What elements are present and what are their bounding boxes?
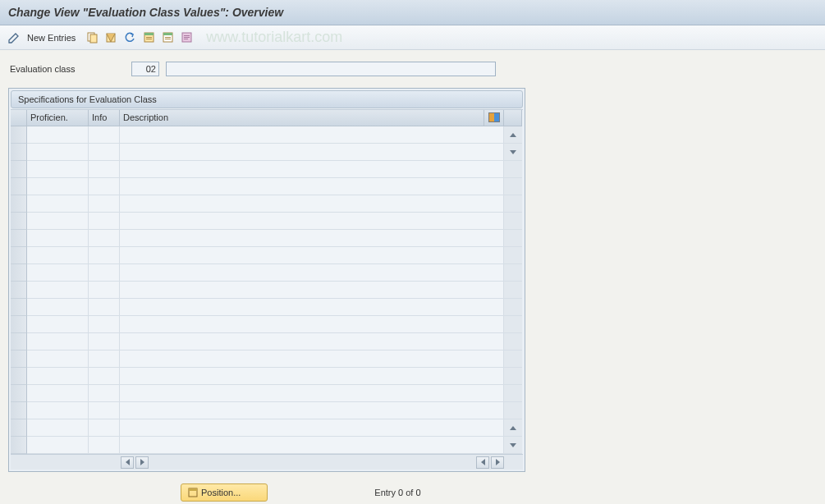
cell-description[interactable] xyxy=(120,316,504,333)
table-row[interactable] xyxy=(11,316,523,333)
cell-proficiency[interactable] xyxy=(27,264,89,282)
cell-proficiency[interactable] xyxy=(27,385,89,402)
table-row[interactable] xyxy=(11,282,523,299)
cell-info[interactable] xyxy=(89,402,120,419)
cell-info[interactable] xyxy=(89,385,120,402)
table-row[interactable] xyxy=(11,385,523,402)
cell-info[interactable] xyxy=(89,368,120,385)
cell-proficiency[interactable] xyxy=(27,419,89,437)
row-selector[interactable] xyxy=(11,368,27,385)
cell-info[interactable] xyxy=(89,213,120,230)
row-selector[interactable] xyxy=(11,316,27,333)
cell-info[interactable] xyxy=(89,161,120,178)
cell-info[interactable] xyxy=(89,351,120,368)
copy-icon[interactable] xyxy=(85,30,99,45)
hscroll-track[interactable] xyxy=(149,456,475,469)
row-selector[interactable] xyxy=(11,299,27,316)
hscroll-left-end-button[interactable] xyxy=(476,456,489,469)
hscroll-left-button[interactable] xyxy=(121,456,134,469)
table-row[interactable] xyxy=(11,230,523,247)
vscroll-area[interactable] xyxy=(504,126,522,144)
cell-info[interactable] xyxy=(89,144,120,161)
vscroll-area[interactable] xyxy=(504,316,522,333)
cell-info[interactable] xyxy=(89,126,120,144)
hscroll-right-end-button[interactable] xyxy=(491,456,504,469)
table-row[interactable] xyxy=(11,402,523,419)
cell-proficiency[interactable] xyxy=(27,247,89,264)
row-selector[interactable] xyxy=(11,402,27,419)
cell-description[interactable] xyxy=(120,437,504,454)
cell-description[interactable] xyxy=(120,161,504,178)
row-selector[interactable] xyxy=(11,264,27,282)
vscroll-area[interactable] xyxy=(504,178,522,195)
cell-description[interactable] xyxy=(120,385,504,402)
cell-description[interactable] xyxy=(120,282,504,299)
row-selector[interactable] xyxy=(11,351,27,368)
undo-icon[interactable] xyxy=(122,30,137,45)
row-selector[interactable] xyxy=(11,419,27,437)
cell-proficiency[interactable] xyxy=(27,437,89,454)
cell-info[interactable] xyxy=(89,333,120,351)
table-row[interactable] xyxy=(11,247,523,264)
vscroll-area[interactable] xyxy=(504,419,522,437)
cell-info[interactable] xyxy=(89,282,120,299)
cell-proficiency[interactable] xyxy=(27,144,89,161)
row-selector[interactable] xyxy=(11,213,27,230)
cell-info[interactable] xyxy=(89,299,120,316)
cell-description[interactable] xyxy=(120,178,504,195)
cell-description[interactable] xyxy=(120,368,504,385)
vscroll-area[interactable] xyxy=(504,161,522,178)
delete-icon[interactable] xyxy=(103,30,118,45)
table-row[interactable] xyxy=(11,368,523,385)
cell-info[interactable] xyxy=(89,419,120,437)
cell-description[interactable] xyxy=(120,419,504,437)
evaluation-class-code-input[interactable] xyxy=(131,62,159,76)
table-row[interactable] xyxy=(11,178,523,195)
select-all-icon[interactable] xyxy=(141,30,156,45)
row-selector[interactable] xyxy=(11,385,27,402)
vscroll-area[interactable] xyxy=(504,333,522,351)
table-row[interactable] xyxy=(11,299,523,316)
table-row[interactable] xyxy=(11,419,523,437)
cell-proficiency[interactable] xyxy=(27,351,89,368)
cell-description[interactable] xyxy=(120,230,504,247)
cell-proficiency[interactable] xyxy=(27,126,89,144)
cell-proficiency[interactable] xyxy=(27,213,89,230)
row-selector[interactable] xyxy=(11,437,27,454)
vscroll-area[interactable] xyxy=(504,437,522,454)
cell-description[interactable] xyxy=(120,333,504,351)
table-row[interactable] xyxy=(11,144,523,161)
vscroll-area[interactable] xyxy=(504,282,522,299)
table-row[interactable] xyxy=(11,333,523,351)
cell-proficiency[interactable] xyxy=(27,333,89,351)
column-proficiency[interactable]: Proficien. xyxy=(27,110,89,126)
new-entries-button[interactable]: New Entries xyxy=(25,33,80,43)
table-row[interactable] xyxy=(11,264,523,282)
vscroll-area[interactable] xyxy=(504,351,522,368)
cell-description[interactable] xyxy=(120,264,504,282)
cell-proficiency[interactable] xyxy=(27,299,89,316)
column-selector[interactable] xyxy=(11,110,27,126)
vscroll-area[interactable] xyxy=(504,247,522,264)
cell-description[interactable] xyxy=(120,213,504,230)
cell-info[interactable] xyxy=(89,437,120,454)
hscroll-right-button[interactable] xyxy=(135,456,149,469)
cell-proficiency[interactable] xyxy=(27,368,89,385)
row-selector[interactable] xyxy=(11,161,27,178)
cell-info[interactable] xyxy=(89,178,120,195)
cell-description[interactable] xyxy=(120,247,504,264)
cell-info[interactable] xyxy=(89,264,120,282)
table-row[interactable] xyxy=(11,161,523,178)
vscroll-area[interactable] xyxy=(504,368,522,385)
cell-proficiency[interactable] xyxy=(27,230,89,247)
row-selector[interactable] xyxy=(11,178,27,195)
deselect-all-icon[interactable] xyxy=(160,30,175,45)
row-selector[interactable] xyxy=(11,333,27,351)
cell-description[interactable] xyxy=(120,299,504,316)
cell-description[interactable] xyxy=(120,351,504,368)
vscroll-area[interactable] xyxy=(504,230,522,247)
table-row[interactable] xyxy=(11,195,523,213)
cell-proficiency[interactable] xyxy=(27,195,89,213)
print-icon[interactable] xyxy=(179,30,194,45)
vscroll-area[interactable] xyxy=(504,402,522,419)
